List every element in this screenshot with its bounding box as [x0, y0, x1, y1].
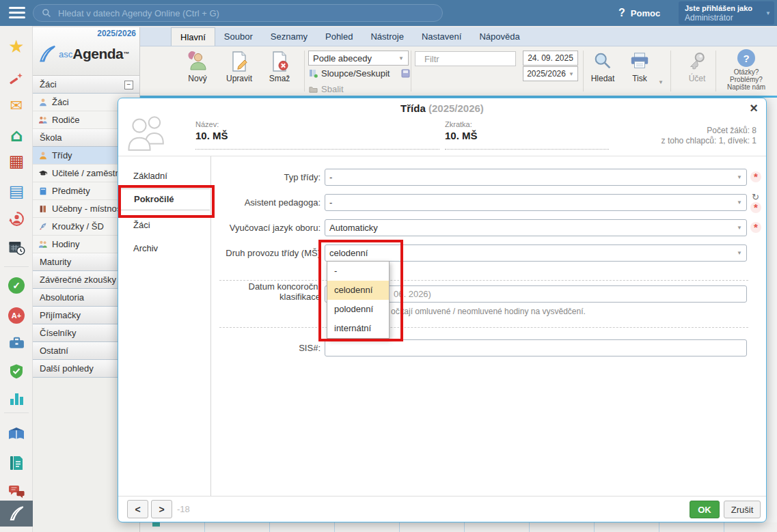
substitution-person-icon[interactable] — [0, 208, 33, 229]
attendance-check-icon[interactable]: ✓ — [0, 275, 33, 296]
required-asterisk-icon: * — [750, 171, 761, 182]
questions-problems-button[interactable]: ? Otázky? Problémy? Napište nám — [720, 49, 773, 91]
abbr-underline — [445, 149, 609, 150]
new-button[interactable]: Nový — [178, 49, 217, 92]
school-year-label: 2025/2026 — [97, 29, 136, 38]
logged-in-user-menu[interactable]: Jste přihlášen jako Administrátor ▼ — [679, 1, 774, 25]
sidebar-header-zaci[interactable]: Žáci − — [33, 76, 139, 94]
chevron-down-icon: ▼ — [737, 199, 742, 206]
messages-icon[interactable] — [0, 481, 33, 503]
option-polodenni[interactable]: polodenní — [327, 300, 389, 319]
dashed-divider — [219, 327, 748, 328]
tab-hlavni[interactable]: Hlavní — [171, 27, 215, 46]
magnifier-icon — [592, 51, 613, 72]
print-button[interactable]: Tisk — [623, 49, 657, 92]
language-select[interactable]: Automaticky ▼ — [325, 219, 747, 236]
chevron-down-icon: ▼ — [737, 250, 742, 256]
account-button[interactable]: Účet — [680, 49, 714, 92]
student-icon — [38, 98, 48, 107]
assistant-select[interactable]: - ▼ — [325, 194, 747, 211]
tab-pohled[interactable]: Pohled — [316, 27, 362, 46]
parents-icon — [38, 115, 48, 125]
operation-label: Druh provozu třídy (MŠ) — [207, 244, 321, 262]
operation-select[interactable]: celodenní ▼ — [325, 244, 747, 262]
global-search[interactable] — [33, 4, 443, 22]
tab-napoveda[interactable]: Nápověda — [470, 27, 528, 46]
home-icon[interactable]: ⌂ — [0, 124, 33, 146]
group-icon — [38, 240, 48, 249]
briefcase-icon[interactable] — [0, 332, 33, 354]
documents-icon[interactable] — [0, 452, 33, 474]
person-sync-icon — [8, 210, 25, 227]
tab-soubor[interactable]: Soubor — [215, 27, 262, 46]
chevron-down-icon: ▼ — [737, 225, 742, 231]
magic-wand-icon[interactable] — [0, 68, 33, 90]
columns-group-button[interactable]: Sloupce/Seskupit — [309, 68, 410, 79]
user-status-label: Jste přihlášen jako — [685, 4, 763, 13]
dialog-tab-archiv[interactable]: Archiv — [118, 239, 210, 257]
filter-input-box[interactable] — [415, 51, 516, 66]
graduation-cap-icon — [38, 169, 48, 178]
hamburger-menu-icon[interactable] — [9, 7, 25, 19]
save-floppy-icon[interactable] — [401, 69, 410, 78]
school-year-select[interactable]: 2025/2026 ▼ — [523, 66, 578, 81]
statistics-chart-icon[interactable] — [0, 388, 33, 410]
sis-label: SIS#: — [207, 339, 321, 356]
sis-input[interactable] — [325, 339, 747, 356]
option-internatni[interactable]: internátní — [327, 319, 389, 338]
refresh-icon[interactable]: ↻ — [752, 192, 759, 202]
agenda-pen-tile[interactable] — [0, 501, 33, 527]
toolbar-separator — [715, 51, 716, 92]
classbook-icon[interactable]: ▤ — [0, 180, 33, 202]
search-button[interactable]: Hledat — [586, 49, 620, 92]
dialog-tab-zakladni[interactable]: Základní — [118, 167, 210, 185]
edit-button[interactable]: Upravit — [219, 49, 259, 92]
sort-order-select[interactable]: Podle abecedy ▼ — [308, 51, 409, 66]
record-counter: -18 — [177, 504, 190, 514]
grades-icon[interactable]: A+ — [0, 305, 33, 326]
class-abbr-field[interactable]: Zkratka: 10. MŠ — [445, 120, 478, 141]
brand-panel: 2025/2026 ascAgenda™ — [33, 27, 139, 76]
favorites-star-icon[interactable]: ★ — [0, 36, 33, 57]
prev-record-button[interactable]: < — [127, 500, 148, 518]
tab-nastroje[interactable]: Nástroje — [362, 27, 412, 46]
chevron-down-icon: ▼ — [398, 55, 404, 61]
menu-bar: Hlavní Soubor Seznamy Pohled Nástroje Na… — [140, 27, 777, 46]
dialog-tab-zaci[interactable]: Žáci — [118, 216, 210, 234]
tab-nastaveni[interactable]: Nastavení — [413, 27, 471, 46]
collapse-minus-icon[interactable]: − — [124, 81, 133, 89]
delete-button[interactable]: Smaž — [262, 49, 297, 92]
user-name: Administrátor — [685, 13, 763, 23]
tab-seznamy[interactable]: Seznamy — [262, 27, 316, 46]
global-search-input[interactable] — [57, 8, 434, 19]
dialog-tab-pokrocile[interactable]: Pokročilé — [118, 188, 210, 210]
current-date-field[interactable]: 24. 09. 2025 — [523, 51, 578, 66]
timetable-grid-icon[interactable]: ▦ — [0, 150, 33, 172]
collapse-button[interactable]: Sbalit — [309, 84, 344, 94]
option-empty[interactable]: - — [327, 262, 389, 281]
close-icon[interactable]: × — [750, 100, 758, 116]
option-celodenni[interactable]: celodenní — [327, 281, 389, 300]
class-name-field[interactable]: Název: 10. MŠ — [195, 120, 228, 141]
toolbar-separator — [304, 51, 305, 92]
ok-button[interactable]: OK — [690, 501, 720, 518]
operation-dropdown-list: - celodenní polodenní internátní — [327, 261, 390, 339]
printer-icon — [629, 51, 650, 72]
help-button[interactable]: ? Pomoc — [618, 0, 660, 26]
library-icon[interactable] — [0, 423, 33, 445]
assistant-label: Asistent pedagoga: — [207, 194, 321, 211]
name-underline — [195, 149, 439, 150]
class-icon — [38, 151, 48, 160]
next-record-button[interactable]: > — [151, 500, 172, 518]
type-select[interactable]: - ▼ — [325, 169, 747, 186]
chevron-down-icon: ▼ — [569, 71, 574, 77]
dialog-title: Třída (2025/2026) — [118, 102, 766, 114]
mail-icon[interactable]: ✉ — [0, 94, 33, 116]
cancel-button[interactable]: Zrušit — [724, 501, 761, 518]
print-options-chevron-icon[interactable]: ▼ — [658, 79, 664, 85]
folder-icon — [309, 85, 318, 94]
shield-check-icon[interactable] — [0, 361, 33, 382]
toolbar-separator — [583, 51, 584, 92]
calendar-clock-icon[interactable] — [0, 236, 33, 258]
toolbar-separator — [411, 51, 411, 92]
